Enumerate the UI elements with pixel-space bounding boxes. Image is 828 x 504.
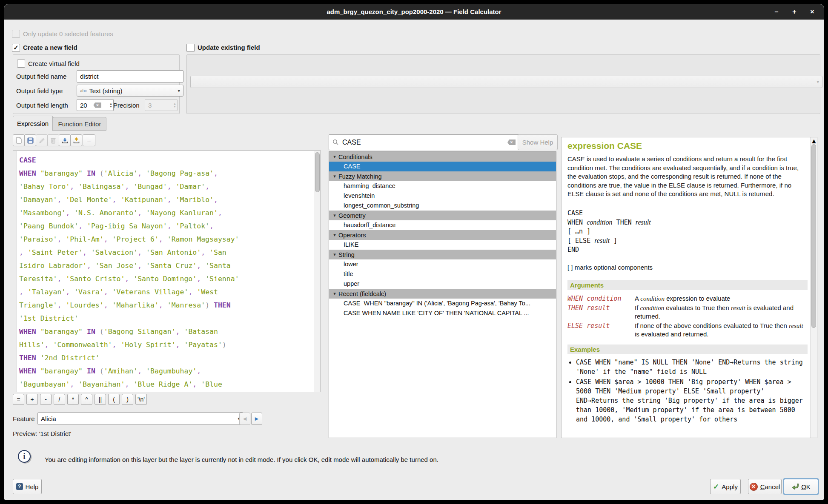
delete-expression-button[interactable]: [47, 134, 59, 146]
function-group-row[interactable]: ▾Operators: [329, 230, 556, 240]
function-item[interactable]: hamming_distance: [329, 181, 556, 191]
update-existing-field-checkbox[interactable]: [186, 44, 195, 52]
function-help-panel: expression CASE CASE is used to evaluate…: [561, 137, 817, 438]
cancel-button[interactable]: ✕ Cancel: [748, 479, 782, 494]
operator-button[interactable]: (: [108, 394, 120, 405]
function-item[interactable]: CASE WHEN NAME LIKE 'CITY OF' THEN 'NATI…: [329, 308, 556, 318]
tab-expression[interactable]: Expression: [13, 116, 53, 131]
function-group-row[interactable]: ▾Geometry: [329, 211, 556, 220]
function-search-input[interactable]: CASE ×: [329, 134, 521, 150]
code-line: Triangle', 'Lourdes', 'Maharlika', 'Manr…: [19, 299, 313, 312]
code-line: WHEN "barangay" IN ('Bagong Silangan', '…: [19, 325, 313, 338]
scroll-up-icon[interactable]: ▲: [811, 137, 817, 145]
precision-spinbox: 3 ▲▼: [145, 99, 178, 111]
clear-value-icon[interactable]: ×: [93, 103, 101, 108]
argument-description: If none of the above conditions evaluate…: [635, 322, 808, 339]
tab-divider: [13, 130, 815, 130]
output-field-type-select[interactable]: abc Text (string) ▾: [77, 85, 183, 97]
help-button[interactable]: ? Help: [13, 479, 42, 494]
scrollbar-thumb[interactable]: [811, 144, 816, 328]
operator-button[interactable]: ^: [81, 394, 92, 405]
function-item[interactable]: CASE WHEN "barangay" IN ('Alicia', 'Bago…: [329, 299, 556, 308]
save-icon: [27, 137, 34, 144]
precision-label: Precision: [113, 102, 140, 109]
function-group-row[interactable]: ▾String: [329, 250, 556, 259]
separator-button[interactable]: --: [83, 134, 95, 146]
help-syntax-block: CASEWHEN condition THEN result[ …n ][ EL…: [567, 209, 808, 254]
feature-select[interactable]: Alicia ▾: [37, 412, 244, 425]
tab-function-editor[interactable]: Function Editor: [53, 117, 106, 131]
function-item[interactable]: upper: [329, 279, 556, 289]
operator-button[interactable]: =: [13, 394, 24, 405]
output-field-type-label: Output field type: [16, 87, 63, 94]
function-item[interactable]: ILIKE: [329, 240, 556, 250]
help-icon: ?: [16, 483, 23, 490]
edit-expression-button[interactable]: [36, 134, 48, 146]
operator-button[interactable]: +: [26, 394, 38, 405]
scrollbar-thumb[interactable]: [315, 152, 320, 192]
only-update-selected-checkbox[interactable]: [12, 30, 20, 38]
arrow-left-icon: ◀: [243, 416, 246, 421]
close-button[interactable]: ×: [808, 8, 816, 16]
collapse-arrow-icon: ▾: [331, 232, 338, 238]
save-expression-button[interactable]: [24, 134, 36, 146]
previous-feature-button[interactable]: ◀: [239, 413, 250, 425]
operator-button[interactable]: /: [54, 394, 65, 405]
show-help-button[interactable]: Show Help: [518, 134, 558, 150]
create-virtual-field-label: Create virtual field: [28, 60, 80, 67]
expression-code-editor[interactable]: CASEWHEN "barangay" IN ('Alicia', 'Bagon…: [13, 151, 321, 392]
trash-icon: [50, 137, 56, 144]
function-group-row[interactable]: ▾Conditionals: [329, 152, 556, 162]
create-new-field-label: Create a new field: [23, 44, 77, 51]
checkmark-icon: ✓: [713, 482, 719, 491]
function-item[interactable]: hausdorff_distance: [329, 220, 556, 230]
field-calculator-dialog: adm_brgy_quezon_city_pop2000-2020 — Fiel…: [4, 4, 824, 500]
ok-button[interactable]: OK: [784, 479, 818, 494]
code-line: 'Damayan', 'Del Monte', 'Katipunan', 'Ma…: [19, 193, 313, 206]
export-expression-button[interactable]: [70, 134, 82, 146]
apply-button[interactable]: ✓ Apply: [710, 479, 741, 494]
function-group-row[interactable]: ▾Recent (fieldcalc): [329, 289, 556, 299]
info-icon: i: [17, 449, 32, 464]
editor-scrollbar[interactable]: [314, 151, 321, 392]
help-scrollbar[interactable]: ▲ ▼: [810, 137, 817, 438]
clear-search-icon[interactable]: ×: [507, 140, 516, 145]
function-group-row[interactable]: ▾Fuzzy Matching: [329, 171, 556, 181]
function-item[interactable]: lower: [329, 259, 556, 269]
code-line: Isidro Labrador', 'San Jose', 'Santa Cru…: [19, 259, 313, 272]
create-virtual-field-checkbox[interactable]: [17, 60, 25, 68]
titlebar[interactable]: adm_brgy_quezon_city_pop2000-2020 — Fiel…: [4, 4, 824, 20]
arguments-table: WHEN conditionA condition expression to …: [567, 294, 808, 339]
spinner-arrows[interactable]: ▲▼: [109, 102, 112, 108]
function-item[interactable]: CASE: [329, 162, 556, 171]
new-expression-button[interactable]: [13, 134, 25, 146]
operator-button[interactable]: ): [122, 394, 133, 405]
output-field-length-spinbox[interactable]: 20 × ▲▼: [77, 99, 114, 111]
function-group-label: Conditionals: [338, 154, 372, 160]
window-title: adm_brgy_quezon_city_pop2000-2020 — Fiel…: [4, 4, 824, 20]
collapse-arrow-icon: ▾: [331, 291, 338, 296]
code-line: WHEN "barangay" IN ('Alicia', 'Bagong Pa…: [19, 167, 313, 180]
maximize-button[interactable]: +: [791, 8, 798, 16]
example-item: CASE WHEN $area > 10000 THEN 'Big proper…: [576, 377, 808, 424]
function-item[interactable]: longest_common_substring: [329, 201, 556, 211]
next-feature-button[interactable]: ▶: [251, 413, 262, 425]
operator-button[interactable]: ||: [95, 394, 106, 405]
function-tree[interactable]: ▾ConditionalsCASE▾Fuzzy Matchinghamming_…: [329, 151, 556, 438]
function-item[interactable]: title: [329, 269, 556, 279]
cancel-x-icon: ✕: [750, 483, 758, 491]
create-new-field-checkbox[interactable]: ✓: [12, 44, 20, 52]
feature-label: Feature: [13, 415, 35, 422]
operator-button[interactable]: *: [67, 394, 79, 405]
operator-button[interactable]: '\n': [135, 394, 147, 405]
import-expression-button[interactable]: [59, 134, 71, 146]
chevron-down-icon: ▾: [817, 79, 819, 85]
output-field-name-input[interactable]: district: [77, 70, 183, 83]
code-line: CASE: [19, 154, 313, 167]
function-item[interactable]: levenshtein: [329, 191, 556, 201]
expression-code[interactable]: CASEWHEN "barangay" IN ('Alicia', 'Bagon…: [19, 154, 313, 392]
arrow-right-icon: ▶: [255, 416, 258, 421]
operator-button[interactable]: -: [40, 394, 52, 405]
minimize-button[interactable]: –: [773, 8, 780, 16]
code-line: WHEN "barangay" IN ('Amihan', 'Bagumbuha…: [19, 364, 313, 378]
